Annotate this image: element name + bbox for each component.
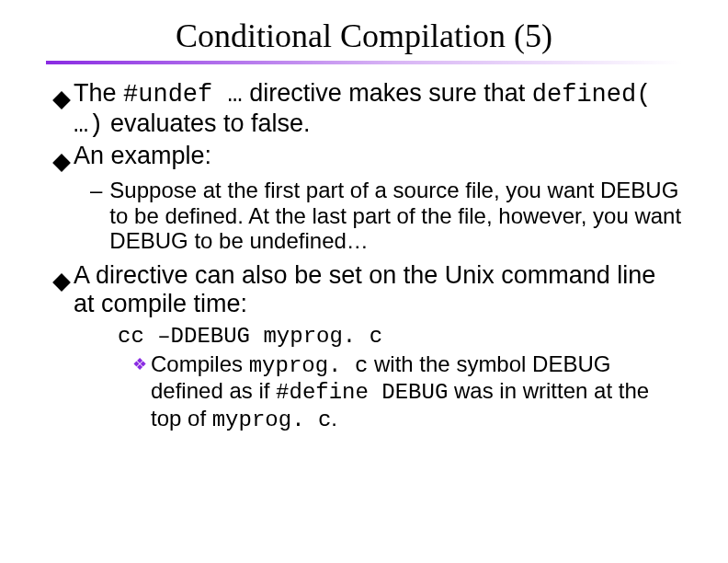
- bullet-text: An example:: [74, 142, 682, 170]
- diamond-icon: [55, 267, 68, 324]
- text-fragment: directive makes sure that: [243, 79, 532, 107]
- text-fragment: .: [331, 406, 337, 431]
- bullet-example: An example:: [46, 142, 682, 170]
- bullet-undef: The #undef … directive makes sure that d…: [46, 79, 682, 140]
- code-fragment: myprog. c: [212, 408, 332, 432]
- slide-body: The #undef … directive makes sure that d…: [46, 79, 682, 432]
- sub-bullet-text: Suppose at the first part of a source fi…: [109, 178, 682, 254]
- code-fragment: myprog. c: [249, 353, 369, 378]
- sub-bullet-text: Compiles myprog. c with the symbol DEBUG…: [151, 351, 682, 433]
- code-fragment: #undef …: [123, 81, 243, 109]
- diamond-icon: [55, 85, 68, 145]
- code-fragment: #define DEBUG: [276, 380, 448, 405]
- diamond-icon: [55, 147, 68, 176]
- text-fragment: The: [74, 79, 123, 107]
- dash-icon: –: [90, 178, 102, 254]
- bullet-text: A directive can also be set on the Unix …: [74, 261, 682, 318]
- diamond-outline-icon: ❖: [132, 355, 147, 437]
- page-title: Conditional Compilation (5): [46, 17, 682, 55]
- bullet-cmdline: A directive can also be set on the Unix …: [46, 261, 682, 318]
- sub-bullet-compiles: ❖ Compiles myprog. c with the symbol DEB…: [46, 351, 682, 433]
- sub-bullet-suppose: – Suppose at the first part of a source …: [46, 178, 682, 254]
- text-fragment: Compiles: [151, 351, 249, 376]
- code-line-cc: cc –DDEBUG myprog. c: [46, 324, 682, 350]
- title-underline: [46, 61, 682, 64]
- text-fragment: evaluates to false.: [103, 109, 310, 137]
- slide: Conditional Compilation (5) The #undef ……: [0, 0, 728, 563]
- bullet-text: The #undef … directive makes sure that d…: [74, 79, 682, 140]
